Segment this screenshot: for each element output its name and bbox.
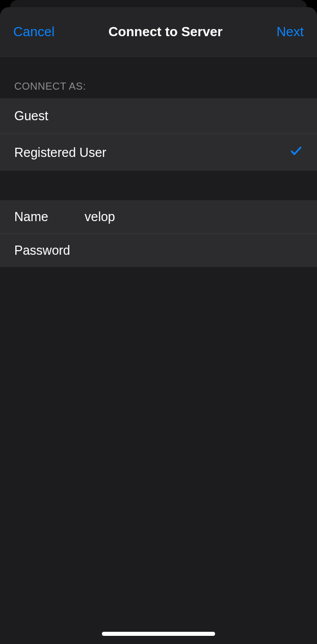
section-gap <box>0 171 317 200</box>
home-indicator[interactable] <box>102 632 215 636</box>
password-row[interactable]: Password <box>0 234 317 267</box>
name-row[interactable]: Name <box>0 200 317 234</box>
connect-as-header: CONNECT AS: <box>0 57 317 98</box>
navigation-bar: Cancel Connect to Server Next <box>0 7 317 57</box>
modal-sheet: Cancel Connect to Server Next CONNECT AS… <box>0 7 317 644</box>
registered-user-option-label: Registered User <box>14 145 107 160</box>
cancel-button[interactable]: Cancel <box>13 24 55 40</box>
registered-user-option-row[interactable]: Registered User <box>0 134 317 171</box>
connect-as-list: Guest Registered User <box>0 98 317 171</box>
password-input[interactable] <box>85 243 303 258</box>
next-button[interactable]: Next <box>277 24 304 40</box>
guest-option-row[interactable]: Guest <box>0 98 317 134</box>
credentials-list: Name Password <box>0 200 317 267</box>
name-input[interactable] <box>85 209 303 224</box>
password-label: Password <box>14 243 85 258</box>
name-label: Name <box>14 209 85 224</box>
page-title: Connect to Server <box>109 24 223 40</box>
checkmark-icon <box>289 144 303 160</box>
guest-option-label: Guest <box>14 109 48 123</box>
